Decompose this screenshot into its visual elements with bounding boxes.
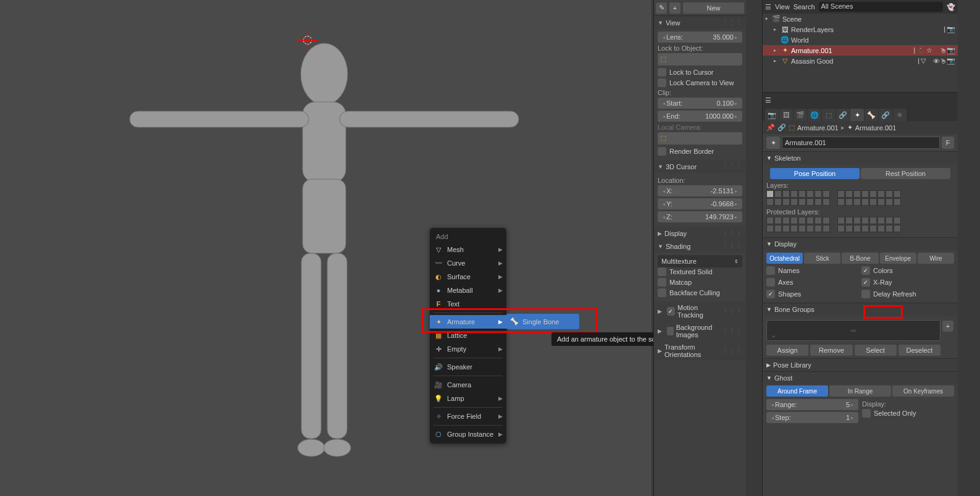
- backface-culling-checkbox[interactable]: Backface Culling: [658, 288, 742, 297]
- menu-item-camera[interactable]: 🎥Camera: [430, 378, 506, 392]
- datablock-select[interactable]: ✦: [766, 137, 780, 149]
- clip-end-field[interactable]: ◂End:1000.000▸: [658, 111, 742, 122]
- dropdown-icon[interactable]: ⌄: [771, 331, 776, 339]
- menu-item-text[interactable]: FText: [430, 297, 506, 311]
- armature-name-input[interactable]: [782, 137, 940, 149]
- outliner-renderlayers[interactable]: ▸🖼RenderLayers|📷: [763, 24, 958, 35]
- menu-item-lattice[interactable]: ▦Lattice: [430, 329, 506, 342]
- n-section-3d-cursor[interactable]: ▼3D Cursor⋮⋮⋮: [654, 160, 746, 173]
- delay-refresh-checkbox[interactable]: Delay Refresh: [861, 290, 954, 298]
- submenu-single-bone[interactable]: 🦴Single Bone: [506, 315, 579, 328]
- linked-icon[interactable]: 🔗: [777, 124, 786, 132]
- section-bone-groups[interactable]: ▼Bone Groups: [763, 303, 958, 316]
- section-pose-library[interactable]: ▶Pose Library: [763, 359, 958, 371]
- outliner-type-icon[interactable]: ☰: [765, 3, 771, 11]
- select-button[interactable]: Select: [855, 345, 897, 356]
- ghost-in-range[interactable]: In Range: [829, 385, 891, 397]
- section-ghost[interactable]: ▼Ghost: [763, 372, 958, 384]
- pin-icon[interactable]: 📌: [766, 124, 775, 132]
- menu-item-surface[interactable]: ◐Surface▶: [430, 270, 506, 284]
- tab-scene[interactable]: 🎬: [794, 109, 807, 121]
- tab-world[interactable]: 🌐: [808, 109, 821, 121]
- n-section-view[interactable]: ▼View⋮⋮⋮: [654, 16, 746, 29]
- outliner-view-menu[interactable]: View: [775, 3, 790, 11]
- n-section-shading[interactable]: ▼Shading⋮⋮⋮: [654, 240, 746, 253]
- remove-button[interactable]: Remove: [810, 345, 852, 356]
- colors-checkbox[interactable]: ✓Colors: [861, 266, 954, 275]
- display-mode-stick[interactable]: Stick: [804, 253, 840, 264]
- visibility-icon[interactable]: 👁: [933, 57, 940, 65]
- selected-only-checkbox[interactable]: Selected Only: [862, 409, 954, 418]
- restrict-render-icon[interactable]: 📷: [947, 57, 955, 65]
- xray-checkbox[interactable]: ✓X-Ray: [861, 278, 954, 287]
- fake-user-button[interactable]: F: [942, 137, 954, 149]
- tab-physics[interactable]: ⚛: [893, 109, 907, 121]
- tab-renderlayers[interactable]: 🖼: [779, 109, 793, 121]
- outliner-mesh[interactable]: ▸▽Assasin Good|▽👁🖰📷: [763, 56, 958, 66]
- menu-item-empty[interactable]: ✛Empty▶: [430, 342, 506, 356]
- lens-field[interactable]: ◂Lens:35.000▸: [658, 32, 742, 43]
- shading-mode-dropdown[interactable]: Multitexture⇕: [658, 255, 742, 267]
- display-mode-bbone[interactable]: B-Bone: [842, 253, 878, 264]
- tab-bone-constraint[interactable]: 🔗: [879, 109, 892, 121]
- outliner-filter-dropdown[interactable]: All Scenes: [819, 2, 943, 12]
- viewport-3d[interactable]: [0, 0, 651, 496]
- n-section-background-images[interactable]: ▶Background Images⋮⋮⋮: [654, 321, 746, 341]
- menu-item-curve[interactable]: 〰Curve▶: [430, 256, 506, 270]
- outliner-search-menu[interactable]: Search: [794, 3, 815, 11]
- restrict-render-icon[interactable]: 📷: [947, 46, 955, 54]
- ghost-around-frame[interactable]: Around Frame: [766, 385, 828, 397]
- assign-button[interactable]: Assign: [766, 345, 808, 356]
- outliner-armature[interactable]: ▸✦Armature.001|🕴☆🖰📷: [763, 45, 958, 56]
- outliner-scene[interactable]: ▾🎬Scene: [763, 14, 958, 24]
- new-brush-button[interactable]: New: [683, 2, 744, 14]
- add-brush-button[interactable]: +: [669, 2, 681, 14]
- menu-item-armature[interactable]: ✦Armature▶: [430, 315, 506, 329]
- textured-solid-checkbox[interactable]: Textured Solid: [658, 267, 742, 276]
- deselect-button[interactable]: Deselect: [898, 345, 940, 356]
- ghost-range-field[interactable]: ◂Range:5▸: [766, 399, 858, 410]
- n-section-transform-orientations[interactable]: ▶Transform Orientations⋮⋮⋮: [654, 341, 746, 361]
- editor-type-icon[interactable]: ☰: [765, 96, 771, 104]
- axes-checkbox[interactable]: Axes: [766, 278, 859, 287]
- render-border-checkbox[interactable]: Render Border: [658, 147, 742, 156]
- outliner-world[interactable]: 🌐World: [763, 35, 958, 45]
- menu-item-mesh[interactable]: ▽Mesh▶: [430, 243, 506, 256]
- matcap-checkbox[interactable]: Matcap: [658, 278, 742, 287]
- rest-position-button[interactable]: Rest Position: [861, 168, 950, 179]
- section-display[interactable]: ▼Display: [763, 238, 958, 250]
- tab-bone[interactable]: 🦴: [865, 109, 878, 121]
- tab-object[interactable]: ⬚: [822, 109, 836, 121]
- display-mode-wire[interactable]: Wire: [918, 253, 954, 264]
- add-bone-group-button[interactable]: +: [942, 321, 953, 332]
- display-mode-envelope[interactable]: Envelope: [880, 253, 916, 264]
- mesh-data-icon[interactable]: ▽: [921, 57, 926, 65]
- section-skeleton[interactable]: ▼Skeleton: [763, 152, 958, 164]
- ghost-step-field[interactable]: ◂Step:1▸: [766, 412, 858, 423]
- cursor-y-field[interactable]: ◂Y:-0.9668▸: [658, 198, 742, 209]
- cursor-z-field[interactable]: ◂Z:149.7923▸: [658, 211, 742, 222]
- names-checkbox[interactable]: Names: [766, 266, 859, 275]
- menu-item-lamp[interactable]: 💡Lamp▶: [430, 392, 506, 405]
- protected-layers[interactable]: [766, 217, 954, 232]
- ghost-on-keyframes[interactable]: On Keyframes: [892, 385, 954, 397]
- restrict-select-icon[interactable]: 🖰: [940, 57, 947, 65]
- drag-handle[interactable]: ═: [851, 327, 856, 334]
- lock-camera-to-view-checkbox[interactable]: Lock Camera to View: [658, 78, 742, 87]
- armature-data-icon[interactable]: ☆: [926, 46, 932, 54]
- shapes-checkbox[interactable]: ✓Shapes: [766, 290, 859, 298]
- clip-start-field[interactable]: ◂Start:0.100▸: [658, 98, 742, 109]
- bone-groups-list[interactable]: ⌄ ═ +: [766, 320, 940, 341]
- display-mode-octahedral[interactable]: Octahedral: [766, 253, 803, 264]
- pose-icon[interactable]: 🕴: [916, 46, 925, 54]
- lock-to-cursor-checkbox[interactable]: Lock to Cursor: [658, 68, 742, 77]
- pose-position-button[interactable]: Pose Position: [770, 168, 860, 179]
- render-icon[interactable]: 📷: [947, 25, 955, 33]
- armature-layers[interactable]: [766, 190, 954, 206]
- outliner-ghost-icon[interactable]: 👻: [947, 3, 955, 11]
- menu-item-speaker[interactable]: 🔊Speaker: [430, 360, 506, 374]
- cursor-x-field[interactable]: ◂X:-2.5131▸: [658, 185, 742, 196]
- menu-item-force-field[interactable]: ✧Force Field▶: [430, 410, 506, 423]
- local-camera-field[interactable]: ⬚: [658, 132, 742, 145]
- tab-render[interactable]: 📷: [765, 109, 779, 121]
